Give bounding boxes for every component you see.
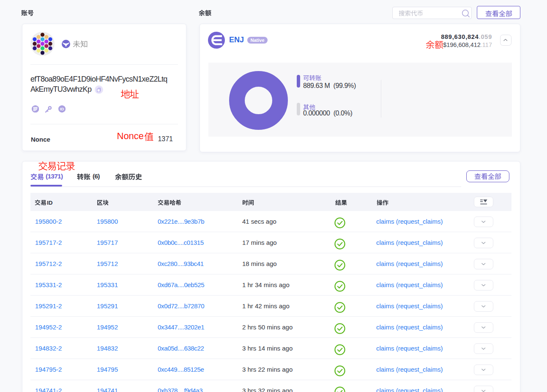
- svg-text:ID: ID: [60, 107, 64, 111]
